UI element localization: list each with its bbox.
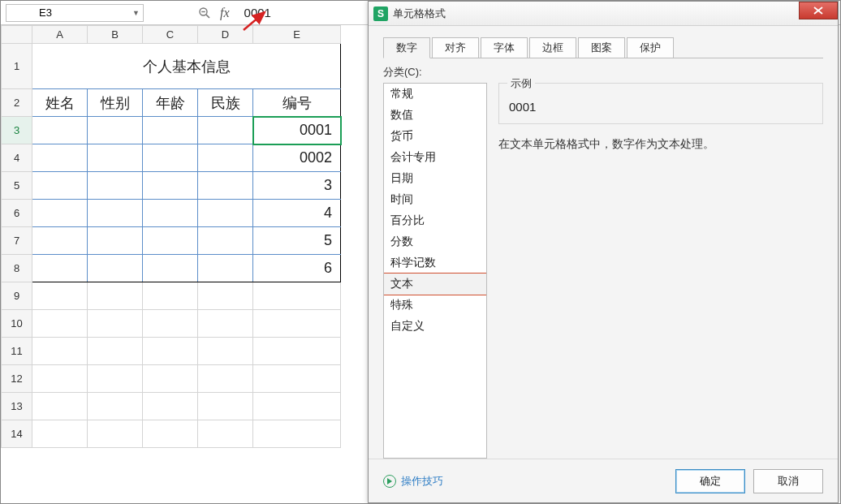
row-header-1[interactable]: 1 [2, 44, 32, 89]
close-button[interactable] [799, 2, 838, 19]
tab-border[interactable]: 边框 [529, 37, 576, 58]
cell-C7[interactable] [143, 227, 198, 255]
cell-C6[interactable] [143, 200, 198, 227]
cancel-button[interactable]: 取消 [753, 469, 823, 493]
col-header-A[interactable]: A [32, 26, 88, 44]
cell-C8[interactable] [143, 255, 198, 282]
row-header-2[interactable]: 2 [2, 89, 32, 117]
row-header-9[interactable]: 9 [2, 282, 32, 310]
cat-accounting[interactable]: 会计专用 [384, 147, 486, 168]
tab-number[interactable]: 数字 [383, 37, 430, 58]
cat-text[interactable]: 文本 [383, 273, 487, 295]
col-header-C[interactable]: C [143, 26, 198, 44]
cell-D3[interactable] [198, 117, 253, 144]
category-label: 分类(C): [383, 65, 823, 80]
cat-date[interactable]: 日期 [384, 168, 486, 189]
tabstrip: 数字 对齐 字体 边框 图案 保护 [369, 26, 838, 58]
row-header-14[interactable]: 14 [2, 420, 32, 448]
dialog-titlebar[interactable]: S 单元格格式 [369, 2, 838, 26]
hdr-age[interactable]: 年龄 [143, 89, 198, 117]
cat-scientific[interactable]: 科学记数 [384, 252, 486, 274]
example-legend: 示例 [507, 76, 535, 91]
dialog-footer: 操作技巧 确定 取消 [369, 459, 838, 502]
cell-B8[interactable] [88, 255, 143, 282]
cell-D5[interactable] [198, 172, 253, 200]
grid[interactable]: A B C D E 1 个人基本信息 2 姓名 性别 年龄 民族 编号 3 00… [1, 25, 341, 448]
hdr-ethnic[interactable]: 民族 [198, 89, 253, 117]
row-header-3[interactable]: 3 [2, 117, 32, 144]
cell-C5[interactable] [143, 172, 198, 200]
tab-protect[interactable]: 保护 [627, 37, 674, 58]
cell-format-dialog: S 单元格格式 数字 对齐 字体 边框 图案 保护 分类(C): 常规 数值 货… [368, 1, 839, 503]
cell-D4[interactable] [198, 144, 253, 172]
cell-C4[interactable] [143, 144, 198, 172]
formula-value: 0001 [244, 6, 271, 19]
cat-percent[interactable]: 百分比 [384, 210, 486, 231]
tab-font[interactable]: 字体 [481, 37, 528, 58]
cat-currency[interactable]: 货币 [384, 126, 486, 147]
cell-B3[interactable] [88, 117, 143, 144]
dialog-title: 单元格格式 [393, 6, 446, 21]
row-header-12[interactable]: 12 [2, 365, 32, 393]
cat-special[interactable]: 特殊 [384, 295, 486, 316]
cell-A7[interactable] [32, 227, 88, 255]
row-header-13[interactable]: 13 [2, 393, 32, 420]
cell-A5[interactable] [32, 172, 88, 200]
cell-B5[interactable] [88, 172, 143, 200]
cell-A3[interactable] [32, 117, 88, 144]
cat-number[interactable]: 数值 [384, 105, 486, 126]
example-value: 0001 [509, 100, 813, 114]
ok-button[interactable]: 确定 [675, 469, 745, 493]
close-icon [813, 6, 824, 15]
row-header-4[interactable]: 4 [2, 144, 32, 172]
row-header-10[interactable]: 10 [2, 310, 32, 338]
cat-time[interactable]: 时间 [384, 189, 486, 210]
cell-E7[interactable]: 5 [253, 227, 341, 255]
row-header-8[interactable]: 8 [2, 255, 32, 282]
cell-A6[interactable] [32, 200, 88, 227]
zoom-out-icon[interactable] [196, 4, 213, 22]
col-header-D[interactable]: D [198, 26, 253, 44]
cell-A4[interactable] [32, 144, 88, 172]
cell-E5[interactable]: 3 [253, 172, 341, 200]
app-icon: S [373, 6, 388, 21]
select-all-corner[interactable] [2, 26, 32, 44]
row-header-7[interactable]: 7 [2, 227, 32, 255]
cell-C3[interactable] [143, 117, 198, 144]
fx-label[interactable]: fx [217, 6, 233, 20]
row-header-5[interactable]: 5 [2, 172, 32, 200]
cell-E3[interactable]: 0001 [253, 117, 341, 144]
cell-A8[interactable] [32, 255, 88, 282]
play-icon [383, 475, 396, 488]
cell-E4[interactable]: 0002 [253, 144, 341, 172]
svg-line-1 [206, 15, 209, 18]
cell-E8[interactable]: 6 [253, 255, 341, 282]
cell-E6[interactable]: 4 [253, 200, 341, 227]
row-header-11[interactable]: 11 [2, 338, 32, 365]
col-header-B[interactable]: B [88, 26, 143, 44]
cell-B6[interactable] [88, 200, 143, 227]
dropdown-caret-icon: ▼ [132, 9, 140, 17]
name-box[interactable]: E3 ▼ [6, 4, 144, 22]
tips-link[interactable]: 操作技巧 [383, 474, 443, 489]
hdr-gender[interactable]: 性别 [88, 89, 143, 117]
title-cell[interactable]: 个人基本信息 [32, 44, 341, 89]
col-header-E[interactable]: E [253, 26, 341, 44]
cat-custom[interactable]: 自定义 [384, 316, 486, 337]
dialog-body: 分类(C): 常规 数值 货币 会计专用 日期 时间 百分比 分数 科学记数 文… [369, 58, 838, 459]
cell-B7[interactable] [88, 227, 143, 255]
cell-B4[interactable] [88, 144, 143, 172]
cat-general[interactable]: 常规 [384, 84, 486, 105]
tab-pattern[interactable]: 图案 [578, 37, 625, 58]
cell-D6[interactable] [198, 200, 253, 227]
cat-fraction[interactable]: 分数 [384, 231, 486, 252]
hdr-name[interactable]: 姓名 [32, 89, 88, 117]
cell-D8[interactable] [198, 255, 253, 282]
right-pane: 示例 0001 在文本单元格格式中，数字作为文本处理。 [498, 83, 823, 459]
hdr-code[interactable]: 编号 [253, 89, 341, 117]
category-list[interactable]: 常规 数值 货币 会计专用 日期 时间 百分比 分数 科学记数 文本 特殊 自定… [383, 83, 487, 459]
tab-align[interactable]: 对齐 [432, 37, 479, 58]
example-box: 示例 0001 [498, 83, 823, 124]
row-header-6[interactable]: 6 [2, 200, 32, 227]
cell-D7[interactable] [198, 227, 253, 255]
